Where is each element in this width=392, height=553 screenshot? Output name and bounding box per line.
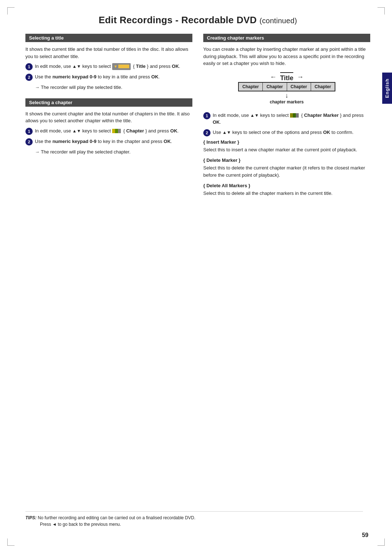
ch-block-green	[115, 129, 118, 133]
title-diagram: ← Title → Chapter Chapter Chapter Chapte…	[203, 72, 370, 105]
selecting-chapter-intro: It shows the current chapter and the tot…	[25, 110, 192, 124]
selecting-title-intro: It shows the current title and the total…	[25, 46, 192, 60]
selecting-chapter-header: Selecting a chapter	[25, 98, 192, 107]
main-content: Selecting a title It shows the current t…	[25, 34, 370, 204]
page: English Edit Recordings - Recordable DVD…	[0, 0, 392, 553]
step-number-2: 2	[25, 74, 33, 81]
ch-block-yellow	[112, 129, 115, 133]
chapter-step-2-result: → The recorder will play the selected ch…	[35, 148, 192, 156]
right-arrow-icon: →	[297, 73, 303, 81]
chapter-markers-label: chapter markers	[270, 99, 303, 105]
page-title: Edit Recordings - Recordable DVD (contin…	[25, 15, 370, 26]
delete-marker-title: { Delete Marker }	[203, 157, 370, 163]
updown-icon-3: ▲▼	[250, 113, 259, 118]
corner-mark-tl	[7, 7, 15, 15]
cm-block-olive	[290, 113, 293, 118]
language-tab: English	[382, 73, 392, 104]
tips-label: TIPS:	[25, 515, 37, 520]
delete-all-markers-title: { Delete All Markers }	[203, 183, 370, 188]
updown-icon-2: ▲▼	[72, 128, 81, 134]
insert-marker-subsection: { Insert Marker } Select this to insert …	[203, 139, 370, 153]
corner-mark-br	[377, 538, 385, 546]
chapter-indicator	[112, 129, 121, 133]
page-number: 59	[362, 532, 368, 538]
insert-marker-title: { Insert Marker }	[203, 139, 370, 145]
selecting-title-section: Selecting a title It shows the current t…	[25, 34, 192, 91]
delete-all-markers-subsection: { Delete All Markers } Select this to de…	[203, 183, 370, 197]
ok-keyword-5: OK	[213, 119, 220, 125]
chapter-step-num-2: 2	[25, 138, 33, 146]
delete-all-markers-keyword: Delete All Markers	[207, 183, 247, 188]
corner-mark-bl	[7, 538, 15, 546]
chapter-keyword: Chapter	[126, 128, 144, 134]
ok-keyword-4: OK	[164, 139, 171, 144]
ok-keyword-6: OK	[323, 130, 330, 135]
chapter-cell-2: Chapter	[263, 83, 287, 91]
chmarker-indicator	[290, 113, 299, 118]
left-arrow-icon: ←	[270, 73, 277, 81]
marker-step-1: 1 In edit mode, use ▲▼ keys to select { …	[203, 112, 370, 126]
ok-keyword-3: OK	[170, 128, 177, 134]
tips-section: TIPS: No further recording and editing c…	[25, 511, 363, 528]
chapter-cell-3: Chapter	[287, 83, 311, 91]
selecting-chapter-section: Selecting a chapter It shows the current…	[25, 98, 192, 156]
creating-markers-header: Creating chapter markers	[203, 34, 370, 42]
cm-block-green2	[293, 113, 296, 118]
ok-keyword: OK	[172, 64, 179, 69]
delete-marker-subsection: { Delete Marker } Select this to delete …	[203, 157, 370, 179]
right-column: Creating chapter markers You can create …	[203, 34, 370, 204]
marker-step-2: 2 Use ▲▼ keys to select one of the optio…	[203, 129, 370, 136]
tips-line-1: No further recording and editing can be …	[38, 515, 195, 520]
delete-all-markers-body: Select this to delete all the chapter ma…	[203, 190, 370, 197]
insert-marker-keyword: Insert Marker	[207, 139, 236, 145]
selecting-title-header: Selecting a title	[25, 34, 192, 42]
title-step-1-text: In edit mode, use ▲▼ keys to select ▼ { …	[35, 63, 192, 70]
chapter-cell-1: Chapter	[239, 83, 263, 91]
marker-step-num-1: 1	[203, 112, 211, 119]
chapter-step-2: 2 Use the numeric keypad 0-9 to key in t…	[25, 138, 192, 146]
title-step-2-result: → The recorder will play the selected ti…	[35, 84, 192, 91]
diagram-down-arrow: ↓	[285, 92, 289, 99]
updown-icon: ▲▼	[72, 64, 81, 69]
diagram-header: ← Title →	[270, 72, 304, 82]
chapter-cells-row: Chapter Chapter Chapter Chapter	[238, 82, 335, 91]
title-step-1: 1 In edit mode, use ▲▼ keys to select ▼ …	[25, 63, 192, 70]
delete-marker-keyword: Delete Marker	[207, 157, 237, 163]
marker-step-num-2: 2	[203, 129, 211, 136]
corner-mark-tr	[377, 7, 385, 15]
chapter-marker-keyword: Chapter Marker	[304, 112, 339, 118]
down-arrow-icon: ↓	[285, 92, 289, 99]
step-number-1: 1	[25, 63, 33, 70]
title-keyword: Title	[136, 64, 146, 69]
delete-marker-body: Select this to delete the current chapte…	[203, 164, 370, 179]
chapter-step-1: 1 In edit mode, use ▲▼ keys to select { …	[25, 127, 192, 135]
marker-step-2-text: Use ▲▼ keys to select one of the options…	[213, 129, 370, 136]
diagram-title-label: Title	[280, 72, 294, 82]
ch-block-gray	[118, 129, 121, 133]
numpad-keyword: numeric keypad 0-9	[52, 74, 96, 79]
numpad-keyword-2: numeric keypad 0-9	[52, 139, 96, 144]
title-indicator-arrow: ▼	[114, 64, 118, 70]
chapter-step-1-text: In edit mode, use ▲▼ keys to select { Ch…	[35, 127, 192, 135]
creating-markers-intro: You can create a chapter by inserting ch…	[203, 46, 370, 67]
chapter-step-num-1: 1	[25, 128, 33, 135]
chapter-step-2-text: Use the numeric keypad 0-9 to key in the…	[35, 138, 192, 145]
chapter-cell-4: Chapter	[311, 83, 335, 91]
ok-keyword-2: OK	[151, 74, 159, 79]
tips-line-2: Press ◄ to go back to the previous menu.	[40, 522, 121, 527]
left-column: Selecting a title It shows the current t…	[25, 34, 192, 204]
creating-markers-section: Creating chapter markers You can create …	[203, 34, 370, 197]
insert-marker-body: Select this to insert a new chapter mark…	[203, 146, 370, 153]
updown-icon-4: ▲▼	[222, 130, 231, 135]
title-step-2: 2 Use the numeric keypad 0-9 to key in a…	[25, 73, 192, 81]
title-indicator-bar	[118, 65, 129, 68]
title-indicator: ▼	[112, 63, 131, 70]
marker-step-1-text: In edit mode, use ▲▼ keys to select { Ch…	[213, 112, 370, 126]
cm-block-gray2	[296, 113, 299, 118]
title-step-2-text: Use the numeric keypad 0-9 to key in a t…	[35, 73, 192, 81]
